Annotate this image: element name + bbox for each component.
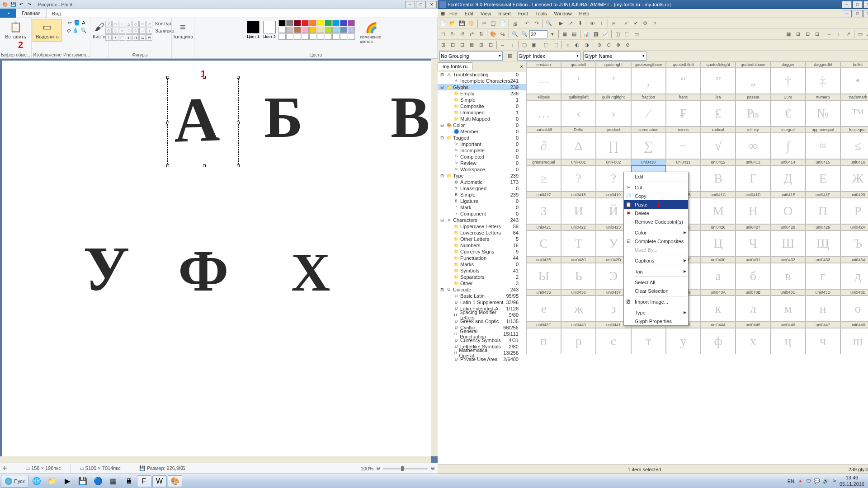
- scrollbar-horizontal[interactable]: [0, 456, 431, 463]
- glyph-cell[interactable]: И: [561, 198, 596, 224]
- tree-view[interactable]: ⊟⚠Troubleshooting0⚠Incomplete Characters…: [438, 71, 526, 465]
- glyph-cell[interactable]: ₧: [736, 100, 770, 127]
- test-icon[interactable]: T: [597, 19, 606, 28]
- zoom-out-icon[interactable]: ⊖: [376, 465, 380, 471]
- tree-row[interactable]: ▫Component0: [438, 211, 526, 217]
- tree-row[interactable]: 📁Lowercase Letters64: [438, 230, 526, 236]
- tb-icon[interactable]: ⊕: [594, 41, 604, 50]
- scrollbar-vertical[interactable]: [431, 59, 438, 456]
- menu-remove-codepoint-s-[interactable]: Remove Codepoint(s): [624, 217, 688, 226]
- glyph-cell[interactable]: Т: [561, 230, 596, 257]
- explorer-icon[interactable]: 📁: [45, 475, 59, 487]
- word-task[interactable]: W: [152, 475, 167, 487]
- save-icon[interactable]: 💾: [9, 1, 17, 8]
- tb-icon[interactable]: ⊘: [623, 41, 632, 50]
- menu-edit[interactable]: Edit: [461, 11, 477, 16]
- glyph-cell[interactable]: а: [701, 263, 736, 289]
- tb-icon[interactable]: ▭: [632, 30, 641, 39]
- tray-icon[interactable]: 🔺: [797, 478, 803, 484]
- system-tray[interactable]: EN 🔺 🛡 💬 🔊 🏳 13:46 05.11.2016: [785, 475, 867, 487]
- tb-icon[interactable]: ↕: [834, 30, 843, 39]
- export-icon[interactable]: ↗: [566, 19, 575, 28]
- color1-swatch[interactable]: [247, 21, 259, 33]
- menu-clear-selection[interactable]: Clear Selection: [624, 286, 688, 295]
- tb-icon[interactable]: ⇅: [476, 30, 486, 39]
- undo-icon[interactable]: ↶: [18, 1, 25, 8]
- tb-icon[interactable]: ↔: [825, 30, 834, 39]
- glyph-cell[interactable]: п: [526, 328, 561, 354]
- tb-icon[interactable]: ⊞: [793, 30, 802, 39]
- zoom-in-icon[interactable]: ⊕: [431, 465, 435, 471]
- menu-import-image-[interactable]: 🖼Import Image...: [624, 297, 688, 306]
- menubar[interactable]: ▦ FileEditViewInsertFontToolsWindowHelp─…: [438, 9, 868, 18]
- glyph-cell[interactable]: ≥: [526, 165, 561, 192]
- launch-icon[interactable]: ▶: [557, 19, 566, 28]
- name-combo[interactable]: Glyph Name: [583, 52, 646, 61]
- chrome-icon[interactable]: 🔵: [91, 475, 105, 487]
- tree-row[interactable]: UGeneral Punctuation15/111: [438, 331, 526, 337]
- glyph-cell[interactable]: …: [526, 100, 561, 127]
- menu-captions[interactable]: Captions▶: [624, 256, 688, 265]
- tb-icon[interactable]: ⊠: [467, 41, 476, 50]
- tb-icon[interactable]: ⬚: [551, 41, 560, 50]
- menu-delete[interactable]: ✖Delete: [624, 209, 688, 217]
- grouping-combo[interactable]: No Grouping: [439, 52, 503, 61]
- glyph-cell[interactable]: Ч: [736, 230, 770, 257]
- tree-row[interactable]: 📁Simple1: [438, 97, 526, 103]
- glyph-cell[interactable]: „: [736, 68, 770, 94]
- glyph-cell[interactable]: Ц: [701, 230, 736, 257]
- tb-icon[interactable]: ⊟: [448, 41, 457, 50]
- menu-complete-composites[interactable]: ☑Complete Composites: [624, 237, 688, 245]
- glyph-cell[interactable]: с: [596, 328, 631, 354]
- tree-row[interactable]: 📁Uppercase Letters59: [438, 223, 526, 230]
- menu-glyph-properties[interactable]: Glyph Properties: [624, 317, 688, 325]
- tree-row[interactable]: 📁Punctuation44: [438, 255, 526, 261]
- menu-view[interactable]: View: [477, 11, 495, 16]
- tree-row[interactable]: 📁Symbols41: [438, 267, 526, 274]
- tb-icon[interactable]: ↔: [498, 41, 507, 50]
- glyph-cell[interactable]: Ж: [840, 165, 868, 192]
- glyph-cell[interactable]: ₤: [701, 100, 736, 127]
- tree-row[interactable]: 🏳Incomplete0: [438, 147, 526, 154]
- glyph-cell[interactable]: н: [806, 296, 840, 322]
- search-icon[interactable]: 🔍: [544, 19, 553, 28]
- glyph-cell[interactable]: №: [806, 100, 840, 127]
- glyph-cell[interactable]: о: [840, 296, 868, 322]
- script-icon[interactable]: P: [609, 19, 618, 28]
- tb-icon[interactable]: ↻: [448, 30, 457, 39]
- tb-icon[interactable]: ◑: [582, 41, 591, 50]
- print-icon[interactable]: 🖨: [510, 19, 519, 28]
- tree-row[interactable]: ⚙Automatic173: [438, 179, 526, 185]
- glyph-cell[interactable]: у: [666, 328, 701, 354]
- glyph-cell[interactable]: к: [701, 296, 736, 322]
- glyph-cell[interactable]: Ы: [526, 263, 561, 289]
- tree-row[interactable]: ⊟📁Tagged0: [438, 135, 526, 141]
- glyph-cell[interactable]: ∑: [631, 133, 666, 159]
- menu-tools[interactable]: Tools: [532, 11, 551, 16]
- menu-font[interactable]: Font: [514, 11, 532, 16]
- glyph-cell[interactable]: ш: [840, 328, 868, 354]
- tab-home[interactable]: Главная: [16, 9, 47, 18]
- tree-tab[interactable]: my-fonts.ru: [438, 62, 472, 70]
- paint-canvas-area[interactable]: 1 A Б В У Ф Х: [0, 59, 438, 463]
- glyph-cell[interactable]: ∏: [596, 133, 631, 159]
- glyph-cell[interactable]: Д: [770, 165, 805, 192]
- glyph-cell[interactable]: ›: [596, 100, 631, 127]
- tb-icon[interactable]: ↺: [458, 30, 467, 39]
- tree-row[interactable]: ULatin-1 Supplement33/96: [438, 299, 526, 305]
- tb-icon[interactable]: ↕: [508, 41, 517, 50]
- glyph-cell[interactable]: р: [561, 328, 596, 354]
- close-button[interactable]: ✕: [863, 1, 868, 8]
- tb-icon[interactable]: ▾: [548, 30, 557, 39]
- save-icon[interactable]: 💾: [75, 475, 90, 487]
- menu-copy[interactable]: 📄Copy: [624, 192, 688, 200]
- btn-icon[interactable]: ▦: [505, 52, 514, 61]
- clock[interactable]: 13:46 05.11.2016: [840, 475, 864, 487]
- minimize-button[interactable]: ─: [405, 1, 415, 8]
- tb-icon[interactable]: ⊞: [476, 41, 486, 50]
- tree-row[interactable]: 🏳Review0: [438, 160, 526, 166]
- tb-icon[interactable]: ▦: [560, 30, 569, 39]
- glyph-cell[interactable]: ∞: [736, 133, 770, 159]
- tree-row[interactable]: ?Unassigned0: [438, 185, 526, 192]
- glyph-cell[interactable]: Н: [736, 198, 770, 224]
